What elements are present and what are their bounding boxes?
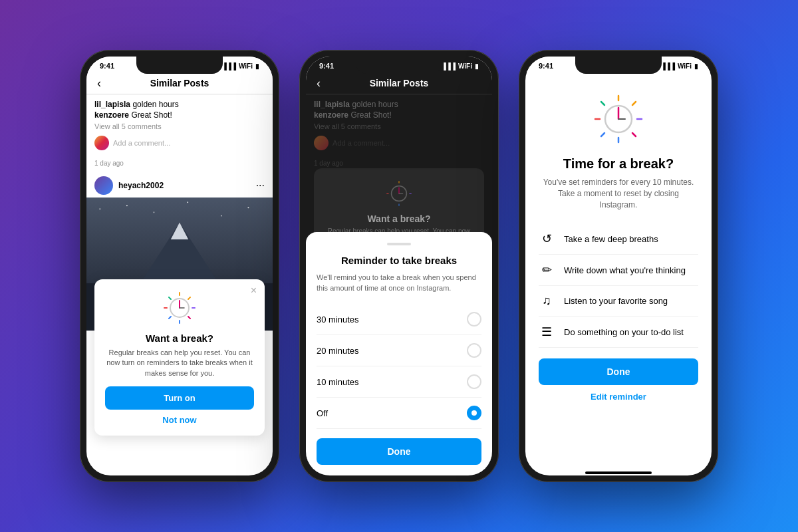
svg-line-38 (601, 133, 604, 136)
activity-4: ☰ Do something on your to-do list (539, 317, 698, 348)
battery-icon: ▮ (255, 63, 259, 70)
nav-title-1: Similar Posts (150, 78, 209, 88)
activity-1: ↺ Take a few deep breaths (539, 223, 698, 255)
option-20min[interactable]: 20 minutes (317, 335, 481, 366)
bg-placeholder: Add a comment... (332, 139, 390, 147)
wifi-icon-2: WiFi (458, 63, 472, 70)
not-now-button[interactable]: Not now (105, 415, 254, 425)
activity-3: ♫ Listen to your favorite song (539, 286, 698, 317)
notch-1 (136, 57, 223, 74)
wifi-icon-3: WiFi (678, 63, 692, 70)
bg-add-comment: Add a comment... (314, 133, 484, 153)
svg-line-18 (169, 297, 171, 299)
user-avatar-small (94, 136, 109, 150)
post-avatar-1 (94, 176, 113, 195)
comment-text-1: golden hours (132, 100, 178, 109)
status-icons-3: ▐▐▐ WiFi ▮ (661, 63, 698, 70)
break-screen: Time for a break? You've set reminders f… (525, 72, 712, 469)
svg-point-3 (153, 211, 154, 213)
bg-username-1: lil_lapisla (314, 100, 350, 109)
comment-2: kenzoere Great Shot! (94, 110, 265, 120)
comment-section-1: lil_lapisla golden hours kenzoere Great … (86, 94, 273, 158)
post-user-1: heyach2002 (94, 176, 164, 195)
radio-10min[interactable] (467, 374, 481, 389)
username-1: lil_lapisla (94, 100, 130, 109)
break-card-1: × (94, 279, 265, 436)
activity-icon-1: ↺ (539, 231, 555, 246)
svg-line-37 (632, 102, 636, 105)
done-button-3[interactable]: Done (539, 358, 698, 385)
modal-subtitle: We'll remind you to take a break when yo… (317, 273, 481, 293)
wifi-icon: WiFi (239, 63, 253, 70)
comment-1: lil_lapisla golden hours (94, 100, 265, 109)
radio-off[interactable] (467, 406, 481, 420)
svg-line-39 (632, 133, 636, 136)
status-time-3: 9:41 (539, 62, 553, 70)
add-comment-row: Add a comment... (94, 133, 265, 153)
option-10min[interactable]: 10 minutes (317, 366, 481, 398)
activity-label-4: Do something on your to-do list (564, 327, 684, 337)
activity-label-2: Write down what you're thinking (564, 265, 686, 275)
option-30min[interactable]: 30 minutes (317, 304, 481, 335)
signal-icon-2: ▐▐▐ (442, 63, 456, 70)
break-title-large: Time for a break? (539, 156, 698, 172)
status-icons-1: ▐▐▐ WiFi ▮ (222, 63, 259, 70)
modal-handle (387, 243, 411, 245)
svg-line-19 (188, 297, 190, 299)
bg-avatar (314, 136, 329, 150)
break-subtitle: You've set reminders for every 10 minute… (539, 177, 698, 210)
post-item-1: heyach2002 ··· (86, 171, 273, 198)
notch-2 (356, 57, 442, 74)
bg-break-title: Want a break? (325, 213, 473, 224)
close-button-1[interactable]: × (251, 285, 257, 297)
back-button-1[interactable]: ‹ (97, 76, 101, 90)
signal-icon: ▐▐▐ (222, 63, 236, 70)
option-10min-label: 10 minutes (317, 377, 359, 387)
bg-view-all: View all 5 comments (314, 122, 484, 130)
break-clock-icon-1 (162, 290, 198, 326)
nav-title-2: Similar Posts (370, 78, 429, 88)
option-off-label: Off (317, 408, 328, 418)
reminder-modal: Reminder to take breaks We'll remind you… (306, 232, 492, 475)
activity-icon-2: ✏ (539, 263, 555, 277)
svg-point-5 (221, 215, 222, 217)
battery-icon-3: ▮ (694, 63, 698, 70)
status-icons-2: ▐▐▐ WiFi ▮ (442, 63, 479, 70)
bg-text-1: golden hours (352, 100, 398, 109)
svg-point-2 (126, 205, 128, 206)
activity-2: ✏ Write down what you're thinking (539, 255, 698, 286)
bg-timestamp: 1 day ago (306, 158, 492, 168)
option-off[interactable]: Off (317, 398, 481, 429)
dark-bg-2: lil_lapisla golden hours kenzoere Great … (306, 94, 492, 475)
svg-line-21 (188, 317, 190, 319)
nav-header-1: ‹ Similar Posts (86, 72, 273, 94)
battery-icon-2: ▮ (475, 63, 479, 70)
radio-30min[interactable] (467, 312, 481, 327)
username-2: kenzoere (94, 110, 129, 120)
phone-1-screen: 9:41 ▐▐▐ WiFi ▮ ‹ Similar Posts lil_lapi… (86, 57, 273, 475)
post-more-icon[interactable]: ··· (256, 180, 265, 192)
svg-point-1 (99, 208, 100, 209)
turn-on-button[interactable]: Turn on (105, 386, 254, 410)
edit-reminder-link[interactable]: Edit reminder (539, 392, 698, 402)
break-clock-large (592, 92, 645, 146)
radio-20min[interactable] (467, 343, 481, 358)
phone-2-screen: 9:41 ▐▐▐ WiFi ▮ ‹ Similar Posts lil_lapi… (306, 57, 492, 475)
status-time-1: 9:41 (100, 62, 114, 70)
svg-line-20 (169, 317, 171, 319)
activity-icon-4: ☰ (539, 325, 555, 339)
view-all-comments[interactable]: View all 5 comments (94, 122, 265, 130)
option-30min-label: 30 minutes (317, 315, 359, 325)
svg-line-36 (601, 102, 604, 105)
bg-comments: lil_lapisla golden hours kenzoere Great … (306, 94, 492, 158)
back-button-2[interactable]: ‹ (317, 76, 321, 90)
timestamp-1: 1 day ago (86, 158, 273, 171)
notch-3 (575, 57, 662, 74)
svg-point-4 (187, 201, 188, 203)
phone-1: 9:41 ▐▐▐ WiFi ▮ ‹ Similar Posts lil_lapi… (80, 50, 279, 482)
break-card-title-1: Want a break? (105, 332, 254, 344)
signal-icon-3: ▐▐▐ (661, 63, 675, 70)
done-button-2[interactable]: Done (317, 438, 481, 465)
add-comment-placeholder[interactable]: Add a comment... (113, 139, 170, 147)
comment-text-2: Great Shot! (131, 110, 172, 120)
